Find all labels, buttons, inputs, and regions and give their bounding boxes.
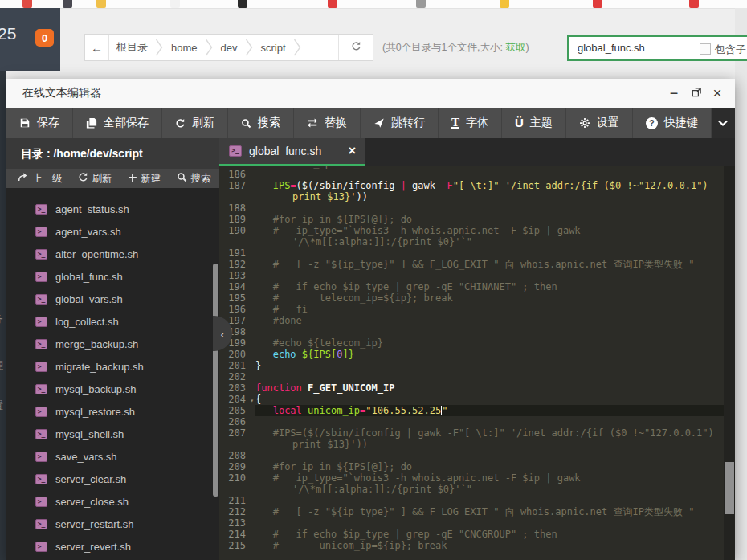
close-button[interactable]: × <box>709 85 725 101</box>
code-line-content[interactable]: # unicom_ip=${ip}; break <box>255 540 724 551</box>
code-line-content[interactable]: #echo ${telecom_ip} <box>255 337 724 349</box>
code-line-content[interactable]: # if echo $ip_type | grep -qE "CHINANET"… <box>255 281 724 292</box>
panel-action-search[interactable]: 搜索 <box>177 172 211 186</box>
code-line-content[interactable]: # if echo $ip_type | grep -qE "CNCGROUP"… <box>255 529 724 540</box>
dark-app-icon[interactable] <box>63 0 72 8</box>
code-line-content[interactable] <box>255 326 724 337</box>
line-number: 211 <box>219 495 255 506</box>
toolbar-button-theme[interactable]: Ü主题 <box>502 108 566 138</box>
line-number: 203 <box>219 382 255 394</box>
yellow-star-icon[interactable] <box>500 0 509 8</box>
file-item-mysql_backup.sh[interactable]: >_mysql_backup.sh <box>6 378 219 400</box>
code-line-content[interactable]: # ip_type="`whois3 -h whois.apnic.net -F… <box>255 472 724 495</box>
file-item-alter_opentime.sh[interactable]: >_alter_opentime.sh <box>6 243 219 265</box>
code-line-content[interactable] <box>255 517 724 529</box>
code-line-content[interactable]: # telecom_ip=${ip}; break <box>255 292 724 304</box>
red-doc-icon-3[interactable] <box>689 0 699 8</box>
panel-action-new[interactable]: 新建 <box>128 172 161 186</box>
red-doc-icon[interactable] <box>22 0 32 8</box>
code-line-content[interactable]: { <box>255 394 724 405</box>
code-line-content[interactable]: local unicom_ip="106.55.52.25" <box>255 405 724 416</box>
white-page-icon[interactable] <box>170 0 180 8</box>
file-item-migrate_backup.sh[interactable]: >_migrate_backup.sh <box>6 355 219 378</box>
line-number: 210 <box>219 472 255 495</box>
yellow-folder-icon[interactable] <box>96 0 106 8</box>
file-item-agent_status.sh[interactable]: >_agent_status.sh <box>6 198 219 220</box>
black-app-icon[interactable] <box>238 0 247 8</box>
back-button[interactable]: ← <box>85 35 109 60</box>
code-line-content[interactable]: # [ -z "${ip_type}" ] && F_LOG_EXIT " 向 … <box>255 506 724 517</box>
code-line-content[interactable]: function F_GET_UNICOM_IP <box>255 382 724 394</box>
shell-file-icon: >_ <box>229 145 242 157</box>
code-line-content[interactable] <box>255 169 724 180</box>
save-all-icon <box>86 117 97 129</box>
file-item-server_revert.sh[interactable]: >_server_revert.sh <box>6 535 219 558</box>
file-item-global_vars.sh[interactable]: >_global_vars.sh <box>6 288 219 310</box>
toolbar-button-settings[interactable]: 设置 <box>566 108 633 138</box>
breadcrumb-item-dev[interactable]: dev <box>214 42 245 54</box>
file-item-merge_backup.sh[interactable]: >_merge_backup.sh <box>6 333 219 355</box>
toolbar-button-goto-line[interactable]: 跳转行 <box>361 108 439 138</box>
file-item-server_restart.sh[interactable]: >_server_restart.sh <box>6 513 219 535</box>
search-input[interactable] <box>576 41 692 55</box>
file-item-server_close.sh[interactable]: >_server_close.sh <box>6 490 219 513</box>
code-line-content[interactable] <box>255 495 724 506</box>
code-line-content[interactable]: IPS=($(/sbin/ifconfig | gawk -F"[ \t:]" … <box>255 180 724 202</box>
current-directory-label: 目录 : /home/dev/script <box>6 138 219 169</box>
maximize-button[interactable] <box>688 85 704 101</box>
file-item-save_vars.sh[interactable]: >_save_vars.sh <box>6 445 219 468</box>
directory-stats: (共0个目录与1个文件,大小: 获取) <box>382 41 529 55</box>
breadcrumb-item-home[interactable]: home <box>164 42 205 54</box>
red-app-icon[interactable] <box>328 0 337 8</box>
code-line-content[interactable]: #for ip in ${IPS[@]}; do <box>255 461 724 472</box>
tab-global-func[interactable]: >_ global_func.sh × <box>219 138 365 166</box>
file-item-agent_vars.sh[interactable]: >_agent_vars.sh <box>6 220 219 243</box>
code-line-content[interactable] <box>255 416 724 427</box>
toolbar-button-hotkeys[interactable]: ?快捷键 <box>633 108 712 138</box>
code-line-content[interactable] <box>255 371 724 382</box>
code-line-content[interactable] <box>255 202 724 214</box>
code-line-content[interactable] <box>255 247 724 259</box>
editor-scrollbar-thumb[interactable] <box>725 462 734 514</box>
editor-scrollbar[interactable] <box>724 166 735 560</box>
file-item-log_collect.sh[interactable]: >_log_collect.sh <box>6 310 219 333</box>
refresh-directory-button[interactable] <box>338 35 373 60</box>
breadcrumb-item-根目录[interactable]: 根目录 <box>109 40 155 55</box>
shell-file-icon: >_ <box>35 474 47 484</box>
file-item-server_clear.sh[interactable]: >_server_clear.sh <box>6 468 219 490</box>
code-line-204: 204▾{ <box>219 394 724 405</box>
code-line-content[interactable] <box>255 270 724 281</box>
panel-action-refresh[interactable]: 刷新 <box>78 172 112 186</box>
code-line-content[interactable]: } <box>255 360 724 371</box>
minimize-button[interactable]: − <box>666 85 682 101</box>
code-line-content[interactable]: # ip_type="`whois3 -h whois.apnic.net -F… <box>255 225 724 247</box>
tab-close-icon[interactable]: × <box>349 144 356 158</box>
red-doc-icon-2[interactable] <box>593 0 602 8</box>
toolbar-button-save-all[interactable]: 全部保存 <box>73 108 162 138</box>
breadcrumb-item-script[interactable]: script <box>254 42 293 54</box>
toolbar-button-search[interactable]: 搜索 <box>228 108 294 138</box>
code-line-content[interactable]: echo ${IPS[0]} <box>255 349 724 360</box>
file-list-scrollbar[interactable] <box>213 264 218 497</box>
code-area[interactable]: 185 telecom_ip=186187 IPS=($(/sbin/ifcon… <box>219 166 724 560</box>
grey-app-icon[interactable] <box>416 0 426 8</box>
include-subdir-checkbox[interactable] <box>700 43 711 55</box>
line-number: 205 <box>219 405 255 416</box>
code-line-content[interactable]: #for ip in ${IPS[@]}; do <box>255 214 724 225</box>
code-line-content[interactable]: #IPS=($(/sbin/ifconfig | gawk -F"[ \t:]"… <box>255 427 724 450</box>
file-item-mysql_restore.sh[interactable]: >_mysql_restore.sh <box>6 400 219 423</box>
toolbar-button-font[interactable]: T字体 <box>439 108 502 138</box>
code-line-content[interactable]: # fi <box>255 304 724 315</box>
panel-action-up-level[interactable]: 上一级 <box>18 172 63 186</box>
outer-sidebar-rail: 务理置 <box>0 71 6 560</box>
toolbar-button-replace[interactable]: 替换 <box>294 108 361 138</box>
fetch-size-link[interactable]: 获取 <box>506 42 526 53</box>
code-line-content[interactable]: # [ -z "${ip_type}" ] && F_LOG_EXIT " 向 … <box>255 259 724 270</box>
file-item-global_func.sh[interactable]: >_global_func.sh <box>6 265 219 288</box>
code-line-content[interactable] <box>255 450 724 461</box>
code-line-content[interactable]: #done <box>255 315 724 326</box>
toolbar-expand-chevron-down-icon[interactable] <box>712 108 735 138</box>
toolbar-button-refresh[interactable]: 刷新 <box>162 108 228 138</box>
toolbar-button-save[interactable]: 保存 <box>6 108 73 138</box>
file-item-mysql_shell.sh[interactable]: >_mysql_shell.sh <box>6 423 219 445</box>
